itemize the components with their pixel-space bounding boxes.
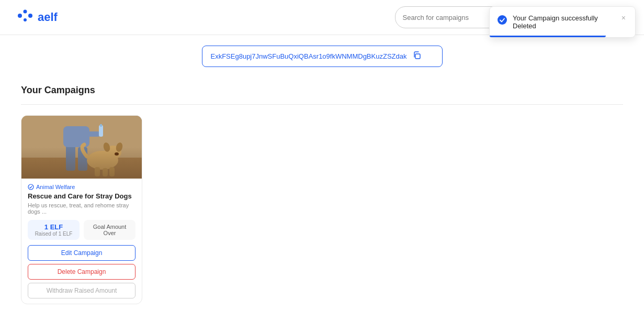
svg-rect-20 bbox=[95, 167, 100, 176]
svg-point-16 bbox=[105, 146, 121, 159]
svg-rect-14 bbox=[100, 124, 102, 127]
logo-icon bbox=[17, 8, 33, 27]
svg-point-24 bbox=[498, 15, 507, 25]
goal-label: Goal Amount Over bbox=[88, 224, 131, 236]
campaign-description: Help us rescue, treat, and rehome stray … bbox=[28, 202, 135, 215]
edit-campaign-button[interactable]: Edit Campaign bbox=[28, 245, 135, 261]
section-divider bbox=[21, 104, 623, 105]
main-content: Your Campaigns bbox=[0, 72, 644, 310]
svg-rect-12 bbox=[82, 131, 100, 137]
svg-point-15 bbox=[87, 151, 118, 170]
svg-rect-21 bbox=[103, 168, 108, 176]
wallet-bar-wrap: ExkFSEg8upj7JnwSFuBuQxiQBAsr1o9fkWNMMDgB… bbox=[0, 35, 644, 72]
category-label: Animal Welfare bbox=[36, 184, 75, 190]
svg-point-1 bbox=[24, 9, 27, 13]
toast-message: Your Campaign successfully Deleted bbox=[513, 14, 616, 30]
svg-rect-13 bbox=[99, 125, 103, 137]
svg-point-2 bbox=[28, 14, 32, 18]
raised-stat-box: 1 ELF Raised of 1 ELF bbox=[28, 220, 80, 240]
campaign-title: Rescue and Care for Stray Dogs bbox=[28, 192, 135, 200]
campaign-stats: 1 ELF Raised of 1 ELF Goal Amount Over bbox=[28, 220, 135, 240]
copy-icon[interactable] bbox=[413, 51, 421, 61]
campaign-image bbox=[21, 116, 142, 179]
wallet-address-text: ExkFSEg8upj7JnwSFuBuQxiQBAsr1o9fkWNMMDgB… bbox=[211, 52, 407, 60]
search-input[interactable] bbox=[403, 14, 486, 21]
svg-rect-8 bbox=[21, 158, 142, 179]
campaign-body: Animal Welfare Rescue and Care for Stray… bbox=[21, 179, 142, 240]
campaign-category: Animal Welfare bbox=[28, 184, 135, 190]
wallet-address-bar: ExkFSEg8upj7JnwSFuBuQxiQBAsr1o9fkWNMMDgB… bbox=[202, 46, 443, 67]
toast-notification: Your Campaign successfully Deleted × bbox=[489, 6, 636, 38]
raised-label: Raised of 1 ELF bbox=[32, 231, 75, 237]
toast-progress-bar bbox=[490, 36, 606, 37]
svg-rect-9 bbox=[66, 145, 75, 171]
raised-value: 1 ELF bbox=[32, 223, 75, 231]
svg-point-19 bbox=[115, 152, 119, 156]
logo-text: aelf bbox=[38, 10, 58, 24]
toast-close-button[interactable]: × bbox=[622, 14, 626, 21]
svg-rect-10 bbox=[78, 147, 87, 171]
svg-point-23 bbox=[28, 184, 33, 190]
campaign-card: Animal Welfare Rescue and Care for Stray… bbox=[21, 115, 142, 304]
withdraw-button[interactable]: Withdraw Raised Amount bbox=[28, 283, 135, 298]
svg-rect-6 bbox=[415, 54, 420, 59]
goal-stat-box: Goal Amount Over bbox=[84, 220, 135, 240]
svg-rect-22 bbox=[109, 167, 115, 176]
delete-campaign-button[interactable]: Delete Campaign bbox=[28, 264, 135, 280]
svg-point-0 bbox=[18, 14, 22, 18]
section-title: Your Campaigns bbox=[21, 85, 623, 96]
campaigns-grid: Animal Welfare Rescue and Care for Stray… bbox=[21, 115, 623, 304]
campaign-actions: Edit Campaign Delete Campaign Withdraw R… bbox=[21, 245, 142, 298]
svg-rect-7 bbox=[21, 116, 142, 179]
logo: aelf bbox=[17, 8, 58, 27]
svg-point-3 bbox=[24, 18, 27, 21]
toast-check-icon bbox=[497, 15, 507, 28]
